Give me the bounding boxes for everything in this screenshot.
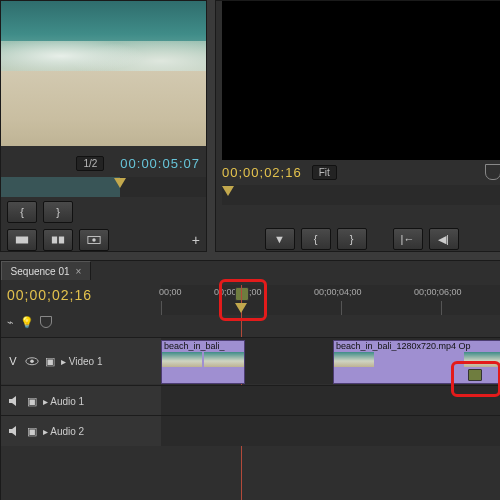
go-to-in-button[interactable]: |←: [393, 228, 423, 250]
program-transport-row: ▼ { } |← ◀|: [222, 226, 500, 252]
program-ruler[interactable]: [222, 185, 500, 205]
snap-icon[interactable]: ⌁: [7, 316, 14, 329]
track-toggle-icon[interactable]: ▣: [27, 395, 37, 408]
bulb-icon[interactable]: 💡: [20, 316, 34, 329]
track-audio2: ▣ ▸ Audio 2: [1, 415, 500, 446]
svg-rect-0: [16, 237, 28, 244]
overwrite-button[interactable]: [43, 229, 73, 251]
sequence-marker-icon[interactable]: [235, 287, 249, 301]
mark-in-button[interactable]: {: [301, 228, 331, 250]
clip-label: beach_in_bali_: [164, 341, 242, 352]
add-marker-button[interactable]: ▼: [265, 228, 295, 250]
source-ruler[interactable]: [1, 177, 206, 197]
premiere-app: 1/2 00:00:05:07 { } +: [0, 0, 500, 500]
clip-1[interactable]: beach_in_bali_: [161, 340, 245, 384]
svg-rect-2: [59, 237, 64, 244]
clip-label: beach_in_bali_1280x720.mp4 Op: [336, 341, 500, 352]
timeline-ruler[interactable]: 00;00 00;00;02;00 00;00;04;00 00;00;06;0…: [161, 285, 500, 315]
track-target-v[interactable]: V: [7, 355, 19, 367]
svg-point-4: [92, 238, 96, 242]
timeline-tools: ⌁ 💡: [7, 311, 157, 333]
source-tools-row: +: [1, 227, 206, 253]
clip-2[interactable]: beach_in_bali_1280x720.mp4 Op: [333, 340, 500, 384]
sequence-tab[interactable]: Sequence 01 ×: [1, 261, 91, 280]
timeline-panel: Sequence 01 × 00;00;02;16 00;00 00;00;02…: [0, 260, 500, 500]
program-monitor-panel: 00;00;02;16 Fit ▼ { } |← ◀|: [215, 0, 500, 252]
speaker-icon[interactable]: [7, 424, 21, 438]
close-tab-icon[interactable]: ×: [76, 266, 82, 277]
program-playhead-icon[interactable]: [222, 186, 234, 196]
ruler-tick-label: 00;00;06;00: [414, 287, 462, 297]
svg-rect-1: [52, 237, 57, 244]
source-transport-row: { }: [1, 199, 206, 225]
mark-out-button[interactable]: }: [43, 201, 73, 223]
safe-margins-icon[interactable]: [485, 164, 500, 180]
sequence-tab-label: Sequence 01: [11, 266, 70, 277]
source-playhead-icon[interactable]: [114, 178, 126, 188]
speaker-icon[interactable]: [7, 394, 21, 408]
timeline-playhead-icon[interactable]: [235, 303, 247, 313]
step-back-button[interactable]: ◀|: [429, 228, 459, 250]
program-timecode: 00;00;02;16: [222, 165, 302, 180]
mark-in-button[interactable]: {: [7, 201, 37, 223]
track-video1: V ▣ ▸ Video 1 beach_in_bali_ beach_in_ba…: [1, 337, 500, 384]
button-editor-icon[interactable]: +: [192, 232, 200, 248]
source-timecode: 00:00:05:07: [120, 156, 200, 171]
ruler-tick-label: 00;00: [159, 287, 182, 297]
mark-out-button[interactable]: }: [337, 228, 367, 250]
fit-select[interactable]: Fit: [312, 165, 337, 180]
source-preview[interactable]: [1, 1, 206, 146]
track-label: ▸ Audio 2: [43, 426, 84, 437]
eye-icon[interactable]: [25, 354, 39, 368]
zoom-select[interactable]: 1/2: [76, 156, 104, 171]
ruler-tick-label: 00;00;04;00: [314, 287, 362, 297]
track-label: ▸ Audio 1: [43, 396, 84, 407]
svg-point-6: [30, 359, 34, 363]
track-toggle-icon[interactable]: ▣: [27, 425, 37, 438]
timeline-timecode[interactable]: 00;00;02;16: [7, 287, 92, 303]
insert-button[interactable]: [7, 229, 37, 251]
clip-marker-icon[interactable]: [468, 369, 482, 381]
source-monitor-panel: 1/2 00:00:05:07 { } +: [0, 0, 207, 252]
export-frame-button[interactable]: [79, 229, 109, 251]
program-preview[interactable]: [222, 1, 500, 160]
track-audio1: ▣ ▸ Audio 1: [1, 385, 500, 416]
track-toggle-icon[interactable]: ▣: [45, 355, 55, 368]
marker-tool-icon[interactable]: [40, 316, 52, 328]
track-label: ▸ Video 1: [61, 356, 103, 367]
